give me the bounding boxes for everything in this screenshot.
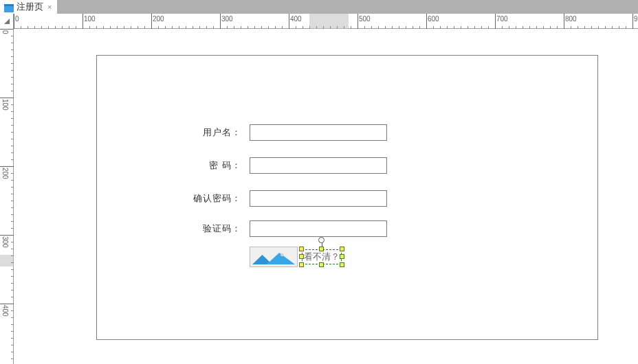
row-confirm-password: 确认密码： [186,190,387,207]
resize-handle-bm[interactable] [319,262,324,267]
row-password: 密 码： [186,157,387,174]
svg-point-5 [280,253,284,257]
svg-rect-0 [4,5,14,12]
row-captcha-image: 看不清？ [250,247,342,267]
tab-bar: 注册页 × [0,0,638,14]
svg-marker-2 [4,19,10,24]
resize-handle-br[interactable] [340,262,344,267]
page-icon [4,3,14,11]
svg-rect-1 [4,4,14,6]
ruler-corner [0,14,14,29]
selected-element[interactable]: 看不清？ [302,249,342,264]
design-canvas[interactable]: 用户名： 密 码： 确认密码： 验证码： [14,29,638,364]
resize-handle-bl[interactable] [299,262,304,267]
vertical-ruler: 0100200300400 [0,29,14,364]
tab-title: 注册页 [16,0,43,14]
resize-handle-ml[interactable] [299,254,304,259]
tab-register-page[interactable]: 注册页 × [0,0,58,14]
input-confirm-password[interactable] [250,190,387,207]
label-password: 密 码： [186,159,241,172]
image-placeholder-icon [252,252,295,264]
horizontal-ruler: 01002003004005006007008009 [0,14,638,29]
label-captcha: 验证码： [186,223,241,235]
resize-handle-tm[interactable] [319,247,324,251]
label-username: 用户名： [186,126,241,139]
input-captcha[interactable] [250,220,387,237]
row-username: 用户名： [186,124,387,141]
resize-handle-tr[interactable] [340,247,344,251]
input-password[interactable] [250,157,387,174]
rotation-handle[interactable] [318,237,324,243]
resize-handle-mr[interactable] [340,254,344,259]
label-confirm-password: 确认密码： [186,192,241,205]
resize-handle-tl[interactable] [299,247,304,251]
row-captcha: 验证码： [186,220,387,237]
input-username[interactable] [250,124,387,141]
page-frame[interactable]: 用户名： 密 码： 确认密码： 验证码： [96,55,598,340]
captcha-image-placeholder[interactable] [250,247,298,267]
close-icon[interactable]: × [47,0,52,14]
editor-main: 0100200300400 用户名： 密 码： 确认密码： 验证码： [0,29,638,364]
